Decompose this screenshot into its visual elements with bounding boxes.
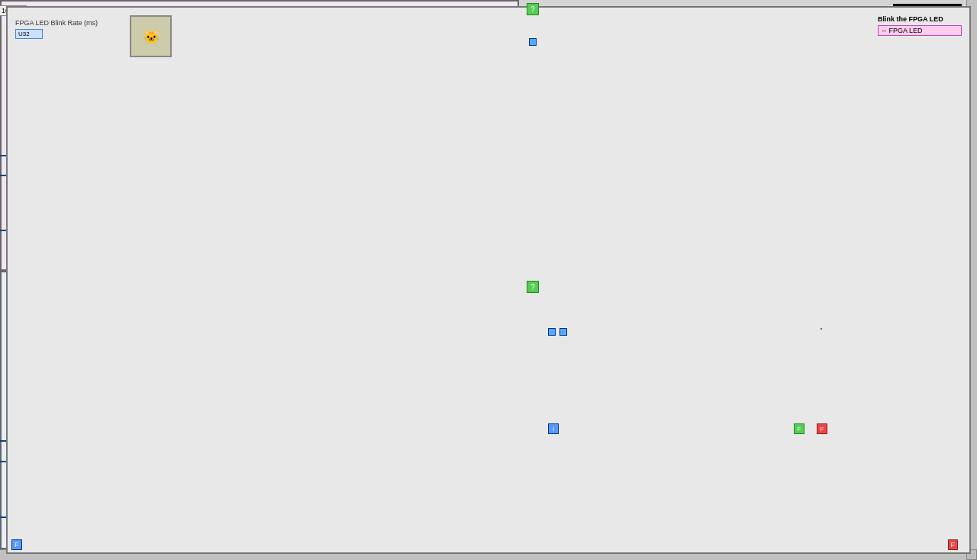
blink-inner: FPGA LED Blink Rate (ms) U32 🐱 Blink the… — [6, 6, 971, 554]
blink-bottom-left: F — [11, 539, 22, 549]
fpga-blink-block: FPGA LED Blink Rate (ms) U32 — [15, 19, 122, 39]
blink-image-block: 🐱 — [130, 15, 172, 57]
blink-bottom-red: F — [817, 423, 827, 434]
blink-bottom-blue: I — [548, 423, 559, 434]
blink-top-conn2 — [559, 328, 567, 336]
fpga-led-block: Blink the FPGA LED ↔ FPGA LED — [878, 15, 962, 36]
blink-right-conn-orange — [821, 328, 822, 330]
top-right-conn — [529, 38, 537, 46]
blink-bottom-right: F — [948, 539, 959, 549]
blink-bottom-green: F — [794, 423, 804, 434]
p2-qmark: ? — [527, 281, 539, 293]
blink-top-conn — [548, 328, 556, 336]
fpga-led-terminal: ↔ FPGA LED — [878, 25, 962, 36]
p1-qmark: ? — [527, 3, 539, 15]
blink-u32: U32 — [15, 29, 43, 39]
